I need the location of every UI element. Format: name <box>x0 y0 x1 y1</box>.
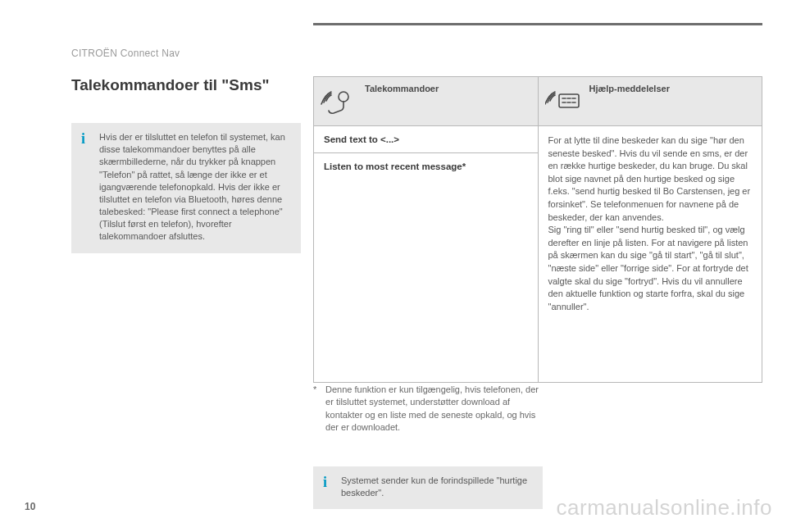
svg-rect-1 <box>559 94 579 107</box>
col-header-help: Hjælp-meddelelser <box>538 77 762 126</box>
voice-icon <box>321 82 357 118</box>
voice-screen-icon <box>545 82 581 118</box>
header-rule <box>313 23 762 25</box>
col2-label: Hjælp-meddelelser <box>589 84 670 93</box>
page-number: 10 <box>25 501 35 512</box>
footnote-text: Denne funktion er kun tilgængelig, hvis … <box>325 384 539 434</box>
info-icon: i <box>323 474 327 490</box>
intro-info-box: i Hvis der er tilsluttet en telefon til … <box>71 123 301 253</box>
footnote-marker: * <box>313 384 323 396</box>
cmd-send-text: Send text to <...> <box>314 126 539 153</box>
col1-label: Talekommandoer <box>365 84 439 93</box>
quick-messages-info-box: i Systemet sender kun de forindspillede … <box>313 466 543 509</box>
section-header: CITROËN Connect Nav <box>71 48 180 59</box>
page-title: Talekommandoer til "Sms" <box>71 76 270 94</box>
svg-point-0 <box>339 92 348 102</box>
col-header-commands: Talekommandoer <box>314 77 539 126</box>
help-text-cell: For at lytte til dine beskeder kan du si… <box>538 126 762 383</box>
intro-info-text: Hvis der er tilsluttet en telefon til sy… <box>99 131 291 243</box>
quick-messages-info-text: Systemet sender kun de forindspillede "h… <box>341 475 533 499</box>
info-icon: i <box>81 130 85 147</box>
footnote: * Denne funktion er kun tilgængelig, hvi… <box>313 384 543 434</box>
table-row: Send text to <...> For at lytte til dine… <box>314 126 762 153</box>
cmd-listen-recent: Listen to most recent message* <box>314 153 539 383</box>
commands-table: Talekommandoer <box>313 76 762 383</box>
watermark: carmanualsonline.info <box>557 495 772 521</box>
